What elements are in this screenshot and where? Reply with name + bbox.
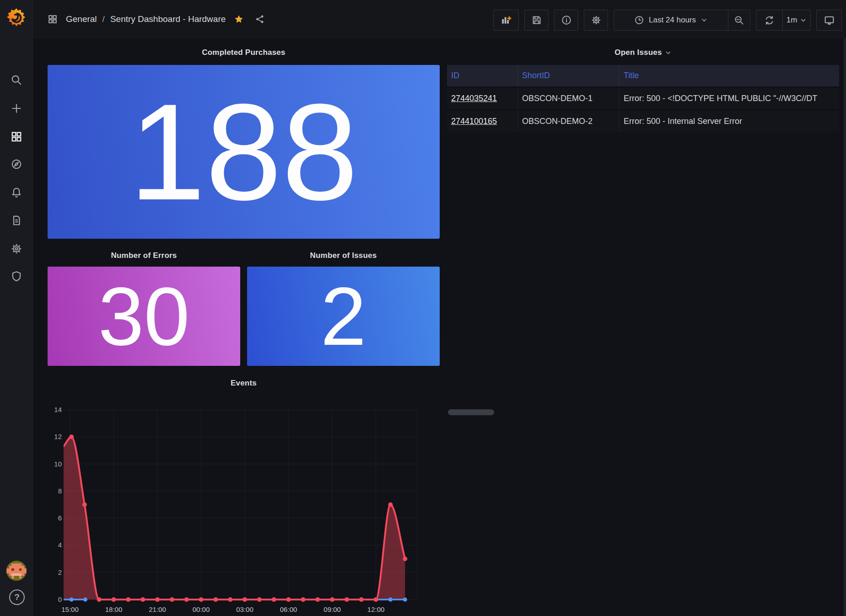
refresh-group: 1m [756, 10, 811, 31]
sidebar: ? [0, 0, 33, 616]
monitor-icon [824, 15, 835, 26]
events-chart-panel: Events 0246810121415:0018:0021:0000:0003… [48, 373, 440, 616]
zoom-out-icon [734, 15, 744, 26]
share-button[interactable] [255, 14, 265, 24]
svg-text:18:00: 18:00 [105, 605, 123, 613]
time-picker-group: Last 24 hours [614, 10, 750, 31]
table-header-row: ID ShortID Title [447, 65, 839, 86]
panel-title-number-of-issues[interactable]: Number of Issues [247, 249, 440, 262]
dashboards-grid-icon [11, 131, 22, 143]
issue-id-link[interactable]: 2744100165 [451, 117, 497, 126]
help-glyph: ? [14, 592, 20, 602]
svg-text:12:00: 12:00 [367, 605, 385, 613]
breadcrumb: General / Sentry Dashboard - Hardware [48, 0, 265, 38]
search-icon [11, 74, 22, 86]
kiosk-mode-button[interactable] [816, 10, 842, 31]
panel-title-text: Number of Errors [111, 251, 177, 260]
panel-title-text: Open Issues [614, 48, 662, 57]
sidebar-item-search[interactable] [5, 69, 28, 91]
sidebar-item-create[interactable] [5, 97, 28, 119]
stat-completed-purchases[interactable]: 188 [48, 65, 440, 239]
sidebar-item-configuration[interactable] [5, 238, 28, 260]
table-row: 2744035241 OBSCON-DEMO-1 Error: 500 - <!… [447, 86, 839, 109]
svg-text:15:00: 15:00 [61, 605, 79, 613]
dashboard-toolbar: Last 24 hours 1m [493, 10, 842, 31]
stat-value: 188 [129, 83, 358, 220]
issue-title: Error: 500 - <!DOCTYPE HTML PUBLIC "-//W… [620, 88, 839, 109]
svg-text:21:00: 21:00 [149, 605, 166, 613]
events-chart-canvas[interactable]: 0246810121415:0018:0021:0000:0003:0006:0… [48, 373, 440, 616]
grafana-app: ? General / Sentry Dashboard - Hardware [0, 0, 846, 616]
panel-title-completed-purchases[interactable]: Completed Purchases [48, 46, 440, 59]
compass-icon [11, 158, 22, 170]
dashboard-grid-icon [48, 14, 58, 24]
refresh-interval-label: 1m [787, 16, 798, 25]
clock-icon [634, 15, 644, 25]
issue-shortid: OBSCON-DEMO-2 [518, 111, 620, 132]
issue-title: Error: 500 - Internal Server Error [620, 111, 839, 132]
issue-shortid: OBSCON-DEMO-1 [518, 88, 620, 109]
grafana-flame-icon [5, 7, 27, 29]
svg-text:00:00: 00:00 [193, 605, 210, 613]
stat-number-of-errors[interactable]: 30 [48, 267, 240, 366]
svg-text:10: 10 [54, 460, 62, 468]
user-avatar[interactable] [6, 561, 27, 581]
bell-icon [11, 187, 22, 198]
panel-title-number-of-errors[interactable]: Number of Errors [48, 249, 240, 262]
refresh-icon [764, 15, 775, 26]
chevron-down-icon [665, 49, 672, 56]
dashboard-insights-button[interactable] [554, 10, 578, 31]
save-dashboard-button[interactable] [524, 10, 549, 31]
stat-value: 30 [98, 275, 189, 358]
share-icon [255, 14, 265, 24]
time-range-picker[interactable]: Last 24 hours [614, 10, 728, 30]
refresh-interval-picker[interactable]: 1m [782, 10, 810, 30]
breadcrumb-dashboard-title[interactable]: Sentry Dashboard - Hardware [110, 14, 226, 24]
add-panel-button[interactable] [493, 10, 519, 31]
refresh-button[interactable] [756, 10, 782, 30]
column-header-title[interactable]: Title [620, 65, 839, 86]
column-header-shortid[interactable]: ShortID [518, 65, 620, 86]
sidebar-item-documentation[interactable] [5, 209, 28, 231]
sidebar-item-alerting[interactable] [5, 182, 28, 204]
breadcrumb-folder[interactable]: General [66, 14, 97, 24]
info-icon [561, 15, 572, 26]
help-icon[interactable]: ? [9, 589, 25, 605]
sidebar-item-explore[interactable] [5, 153, 28, 175]
panel-title-open-issues[interactable]: Open Issues [447, 46, 839, 59]
column-header-id[interactable]: ID [447, 65, 518, 86]
grafana-logo[interactable] [5, 6, 28, 30]
shield-icon [11, 270, 22, 282]
stat-value: 2 [320, 275, 366, 358]
avatar-pixel-art [6, 561, 27, 581]
svg-text:6: 6 [58, 514, 62, 522]
zoom-out-time-button[interactable] [728, 10, 750, 30]
dashboard-settings-button[interactable] [584, 10, 608, 31]
stat-number-of-issues[interactable]: 2 [247, 267, 440, 366]
gear-icon [11, 243, 22, 255]
svg-text:12: 12 [54, 433, 62, 440]
horizontal-scrollbar-thumb[interactable] [448, 409, 494, 415]
svg-text:2: 2 [58, 568, 62, 576]
page-scrollbar-track[interactable] [844, 38, 846, 616]
chevron-down-icon [800, 17, 807, 24]
sidebar-item-server-admin[interactable] [5, 265, 28, 287]
svg-text:4: 4 [58, 541, 62, 549]
sidebar-item-dashboards[interactable] [5, 126, 28, 148]
panel-title-text: Number of Issues [310, 251, 377, 260]
breadcrumb-separator: / [102, 14, 105, 24]
time-range-label: Last 24 hours [649, 16, 696, 25]
svg-text:09:00: 09:00 [323, 605, 341, 613]
svg-text:03:00: 03:00 [236, 605, 253, 613]
issue-id-link[interactable]: 2744035241 [451, 94, 497, 103]
gear-icon [591, 15, 602, 26]
plus-icon [11, 102, 22, 114]
favorite-button[interactable] [234, 14, 244, 24]
chevron-down-icon [701, 16, 708, 24]
svg-text:0: 0 [58, 595, 62, 603]
add-panel-icon [500, 14, 512, 26]
panel-title-text: Completed Purchases [202, 48, 285, 57]
document-icon [11, 214, 22, 226]
save-icon [531, 15, 542, 26]
svg-text:14: 14 [54, 406, 62, 413]
